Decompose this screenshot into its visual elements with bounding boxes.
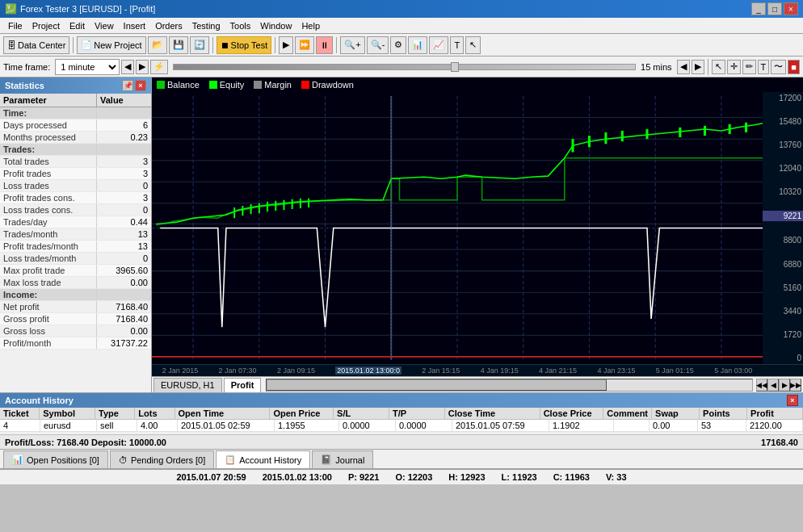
close-button[interactable]: ×	[784, 2, 798, 15]
zoomin-button[interactable]: 🔍+	[340, 36, 364, 54]
stats-value-cell: 0	[97, 253, 151, 264]
menu-orders[interactable]: Orders	[150, 20, 187, 31]
list-item: Profit trades3	[0, 168, 151, 180]
stats-param-cell: Trades/month	[0, 228, 97, 240]
refresh-button[interactable]: 🔄	[190, 36, 209, 54]
cell-swap: 0.00	[650, 420, 698, 431]
stats-value-cell: 0	[97, 204, 151, 216]
menu-edit[interactable]: Edit	[65, 20, 90, 31]
nav-back-button[interactable]: ◀	[121, 60, 134, 74]
account-history-close[interactable]: ×	[787, 395, 798, 406]
stats-title: Statistics	[5, 81, 44, 90]
fastforward-button[interactable]: ⏩	[295, 36, 314, 54]
crosshair-tool[interactable]: ✛	[727, 60, 741, 74]
menu-insert[interactable]: Insert	[119, 20, 151, 31]
maximize-button[interactable]: □	[767, 2, 782, 15]
tab-pending-orders-label: Pending Orders [0]	[131, 455, 205, 465]
stats-param-cell: Time:	[0, 107, 97, 119]
open-button[interactable]: 📂	[148, 36, 167, 54]
separator-3	[275, 37, 275, 53]
menu-file[interactable]: File	[3, 20, 27, 31]
cursor-tool[interactable]: ↖	[712, 60, 725, 74]
price-3440: 3440	[763, 307, 803, 316]
scroll-next-button[interactable]: ▶	[779, 379, 790, 392]
save-button[interactable]: 💾	[169, 36, 188, 54]
newproject-button[interactable]: 📄 New Project	[77, 36, 145, 54]
chart-tab-profit[interactable]: Profit	[224, 378, 262, 392]
time-label-cursor: 2015.01.02 13:00:0	[335, 367, 402, 375]
palette-button[interactable]: ■	[788, 60, 800, 74]
tab-pending-orders[interactable]: ⏱ Pending Orders [0]	[110, 450, 214, 468]
o-value: 12203	[408, 472, 433, 482]
svg-rect-42	[152, 223, 763, 224]
list-item: Time:	[0, 107, 151, 119]
menu-window[interactable]: Window	[255, 20, 296, 31]
scroll-prev-button[interactable]: ◀	[767, 379, 779, 392]
chart-tab-eurusd[interactable]: EURUSD, H1	[153, 378, 222, 392]
play-button[interactable]: ▶	[279, 36, 293, 54]
statistics-panel: Statistics 📌 × Parameter Value Time:Days…	[0, 77, 152, 392]
pause-button[interactable]: ⏸	[316, 36, 333, 54]
stats-param-cell: Gross loss	[0, 325, 97, 337]
speed-dec-button[interactable]: ◀	[677, 60, 690, 74]
speed-button[interactable]: ⚡	[150, 60, 168, 74]
scroll-left-button[interactable]: ◀◀	[756, 379, 767, 392]
col-sl: S/L	[334, 408, 389, 419]
tab-open-positions[interactable]: 📊 Open Positions [0]	[3, 450, 108, 468]
minimize-button[interactable]: _	[751, 2, 766, 15]
status-p: P: 9221	[348, 472, 380, 482]
wave-tool[interactable]: 〜	[771, 60, 786, 74]
col-profit: Profit	[747, 408, 803, 419]
list-item: Months processed0.23	[0, 132, 151, 144]
chart-tab-profit-label: Profit	[231, 380, 254, 390]
time-label-8: 5 Jan 01:15	[656, 367, 694, 375]
legend-drawdown-label: Drawdown	[312, 80, 354, 90]
stats-pin-button[interactable]: 📌	[122, 80, 133, 91]
speed-slider-thumb[interactable]	[451, 62, 459, 72]
nav-fwd-icon: ▶	[139, 61, 145, 72]
speed-inc-button[interactable]: ▶	[692, 60, 704, 74]
text-tool[interactable]: T	[758, 60, 770, 74]
l-value: 11923	[512, 472, 537, 482]
stats-table-header: Parameter Value	[0, 94, 151, 107]
trendline-button[interactable]: 📈	[429, 36, 448, 54]
datacenter-button[interactable]: 🗄 Data Center	[3, 36, 69, 54]
menu-project[interactable]: Project	[27, 20, 65, 31]
price-15480: 15480	[763, 117, 803, 126]
menu-testing[interactable]: Testing	[187, 20, 225, 31]
price-0: 0	[763, 354, 803, 362]
list-item: Gross loss0.00	[0, 325, 151, 337]
menu-view[interactable]: View	[90, 20, 119, 31]
chart-settings-button[interactable]: ⚙	[390, 36, 406, 54]
chart-scrollbar[interactable]	[266, 379, 753, 392]
zoomout-button[interactable]: 🔍-	[367, 36, 389, 54]
cursor-button[interactable]: ↖	[465, 36, 481, 54]
stats-value-cell: 0.44	[97, 216, 151, 228]
window-title: Forex Tester 3 [EURUSD] - [Profit]	[20, 4, 155, 14]
app-icon: 💹	[5, 3, 17, 15]
draw-tool[interactable]: ✏	[742, 60, 756, 74]
price-5160: 5160	[763, 283, 803, 292]
stats-value-cell	[97, 289, 151, 300]
nav-fwd-button[interactable]: ▶	[136, 60, 149, 74]
stoptest-button[interactable]: ⏹ Stop Test	[217, 36, 272, 54]
speed-slider[interactable]	[173, 64, 636, 70]
indicator-button[interactable]: 📊	[408, 36, 427, 54]
c-value: 11963	[565, 472, 590, 482]
tab-account-history[interactable]: 📋 Account History	[216, 450, 310, 468]
menu-bar: File Project Edit View Insert Orders Tes…	[0, 18, 803, 34]
menu-tools[interactable]: Tools	[225, 20, 256, 31]
menu-help[interactable]: Help	[296, 20, 325, 31]
pending-orders-icon: ⏱	[119, 455, 128, 465]
legend-balance-dot	[157, 81, 165, 89]
chart-canvas[interactable]: 17200 15480 13760 12040 10320 9221 8800 …	[152, 92, 803, 364]
scroll-right-button[interactable]: ▶▶	[790, 379, 801, 392]
timeframe-select[interactable]: 1 minute 5 minutes 15 minutes 1 hour	[55, 59, 120, 75]
tab-journal[interactable]: 📓 Journal	[312, 450, 373, 468]
chart-scrollbar-thumb[interactable]	[267, 379, 606, 391]
journal-icon: 📓	[321, 455, 332, 465]
speed-icon: ⚡	[153, 61, 165, 72]
text-button[interactable]: T	[450, 36, 464, 54]
stats-value-cell: 6	[97, 119, 151, 131]
stats-close-button[interactable]: ×	[135, 80, 146, 91]
